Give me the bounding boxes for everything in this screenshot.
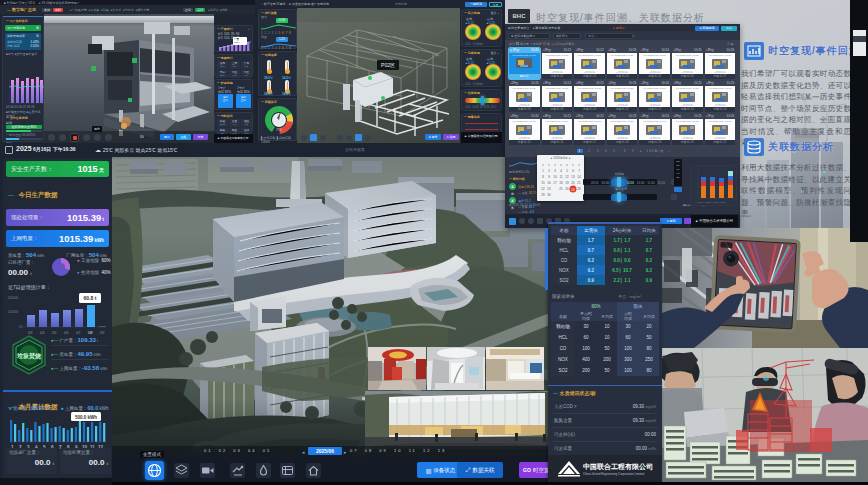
svg-text:0t: 0t (19, 324, 23, 329)
svg-text:12: 12 (565, 175, 569, 179)
svg-text:9: 9 (548, 175, 550, 179)
svg-text:28: 28 (577, 187, 581, 191)
svg-text:2: 2 (548, 169, 550, 173)
svg-text:11: 11 (559, 175, 562, 179)
svg-text:26: 26 (565, 187, 569, 191)
svg-text:8: 8 (542, 175, 544, 179)
svg-text:60.8 t: 60.8 t (84, 295, 97, 301)
svg-text:20: 20 (571, 181, 575, 185)
svg-text:5: 5 (566, 169, 568, 173)
svg-text:18: 18 (559, 181, 563, 185)
svg-text:23: 23 (547, 187, 551, 191)
svg-text:22: 22 (541, 187, 545, 191)
svg-text:29: 29 (541, 193, 545, 197)
svg-text:7: 7 (578, 169, 580, 173)
svg-text:21: 21 (577, 181, 581, 185)
svg-text:13: 13 (571, 175, 575, 179)
svg-text:4: 4 (560, 169, 562, 173)
svg-text:500.0 kWh: 500.0 kWh (75, 415, 97, 420)
svg-text:1000t: 1000t (8, 309, 19, 314)
svg-text:16: 16 (547, 181, 551, 185)
svg-text:30: 30 (547, 193, 551, 197)
svg-text:19: 19 (565, 181, 569, 185)
svg-text:10: 10 (553, 175, 557, 179)
svg-text:2000t: 2000t (8, 295, 19, 300)
svg-text:P02区: P02区 (381, 62, 395, 68)
svg-text:6: 6 (572, 169, 574, 173)
svg-text:3: 3 (554, 169, 556, 173)
svg-text:垃圾焚烧: 垃圾焚烧 (16, 352, 41, 360)
svg-text:25: 25 (559, 187, 563, 191)
svg-text:1: 1 (542, 169, 544, 173)
svg-text:14: 14 (577, 175, 581, 179)
svg-text:75%: 75% (276, 128, 282, 132)
svg-text:15: 15 (541, 181, 545, 185)
svg-text:17: 17 (553, 181, 557, 185)
svg-text:24: 24 (571, 188, 575, 192)
